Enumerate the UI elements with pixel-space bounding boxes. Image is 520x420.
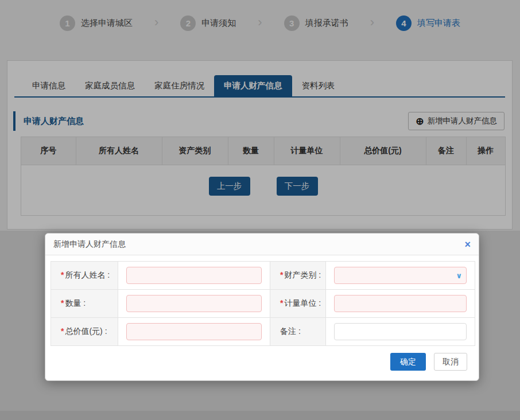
required-mark: *	[280, 298, 283, 308]
unit-input[interactable]	[334, 295, 467, 312]
required-mark: *	[61, 298, 64, 308]
owner-name-cell	[118, 262, 270, 290]
form-row-2: *数量 : *计量单位 :	[51, 290, 475, 318]
owner-name-label: *所有人姓名 :	[51, 262, 118, 290]
modal-title: 新增申请人财产信息	[53, 239, 126, 250]
required-mark: *	[61, 270, 64, 279]
quantity-label-text: 数量 :	[65, 298, 86, 308]
total-value-cell	[118, 318, 270, 346]
quantity-cell	[118, 290, 270, 318]
modal-body: *所有人姓名 : *财产类别 : ∨ *数量 :	[45, 255, 479, 346]
asset-type-label-text: 财产类别 :	[284, 270, 321, 279]
form-row-3: *总价值(元) : 备注 :	[51, 318, 475, 346]
remarks-label: 备注 :	[270, 318, 326, 346]
required-mark: *	[61, 326, 64, 336]
owner-name-input[interactable]	[126, 267, 262, 284]
add-property-modal: 新增申请人财产信息 × *所有人姓名 : *财产类别 : ∨	[45, 233, 479, 381]
form-row-1: *所有人姓名 : *财产类别 : ∨	[51, 262, 475, 290]
asset-type-label: *财产类别 :	[270, 262, 326, 290]
remarks-cell	[326, 318, 475, 346]
quantity-input[interactable]	[126, 295, 262, 312]
modal-footer: 确定 取消	[45, 346, 479, 371]
total-value-label: *总价值(元) :	[51, 318, 118, 346]
unit-cell	[326, 290, 475, 318]
remarks-label-text: 备注 :	[280, 326, 301, 336]
modal-form-table: *所有人姓名 : *财产类别 : ∨ *数量 :	[51, 261, 475, 346]
required-mark: *	[280, 270, 283, 279]
asset-type-select[interactable]	[334, 267, 467, 284]
asset-type-cell: ∨	[326, 262, 475, 290]
close-icon[interactable]: ×	[464, 239, 471, 250]
modal-header: 新增申请人财产信息 ×	[45, 234, 479, 255]
cancel-button[interactable]: 取消	[434, 353, 467, 371]
confirm-button[interactable]: 确定	[390, 353, 426, 371]
unit-label-text: 计量单位 :	[284, 298, 321, 308]
total-value-label-text: 总价值(元) :	[65, 326, 107, 336]
total-value-input[interactable]	[126, 323, 262, 340]
quantity-label: *数量 :	[51, 290, 118, 318]
unit-label: *计量单位 :	[270, 290, 326, 318]
owner-name-label-text: 所有人姓名 :	[65, 270, 110, 279]
remarks-input[interactable]	[334, 323, 467, 340]
